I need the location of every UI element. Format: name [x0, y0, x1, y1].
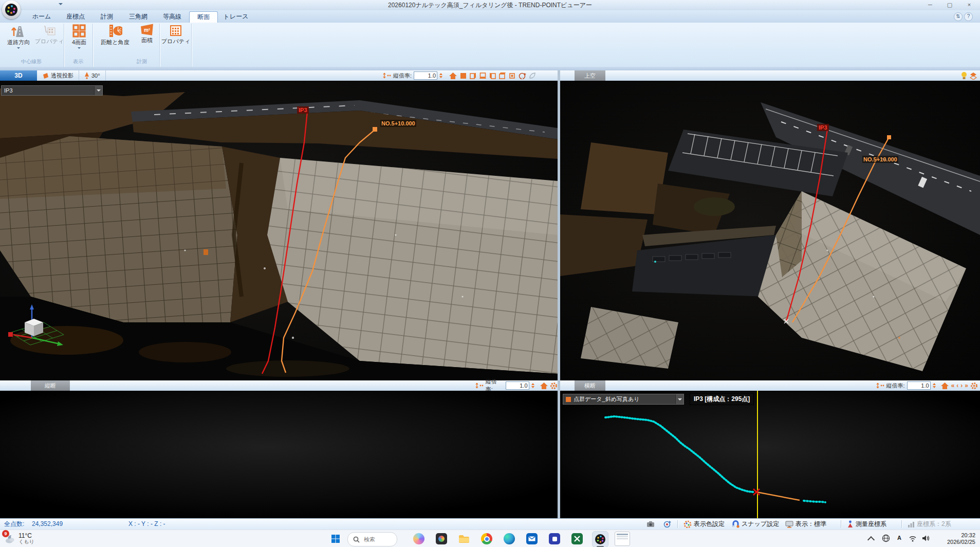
home-view-icon[interactable] — [540, 382, 548, 390]
file-explorer-icon[interactable] — [456, 531, 472, 546]
taskbar-search[interactable] — [347, 532, 397, 546]
app-window-icon[interactable] — [615, 531, 630, 546]
display-mode-button[interactable]: 表示：標準 — [785, 519, 826, 530]
viewport-cross-section[interactable]: 点群データ_斜め写真あり IP3 [構成点：295点] — [560, 391, 980, 518]
vscale-input[interactable]: 1.0 — [506, 381, 529, 390]
capture-button[interactable] — [646, 519, 655, 530]
vscale-down-icon[interactable] — [933, 386, 936, 390]
tray-chevron-icon[interactable] — [868, 535, 874, 542]
photos-icon[interactable] — [434, 531, 449, 546]
settings-gear-icon[interactable] — [550, 382, 558, 390]
road-direction-button[interactable]: 道路方向 — [2, 24, 35, 57]
quick-access-arrow-icon[interactable] — [59, 3, 63, 7]
settings-gear-icon[interactable] — [970, 382, 978, 390]
total-points-value: 24,352,349 — [32, 519, 63, 530]
measure-property-button[interactable]: プロパティ — [162, 24, 189, 57]
globe-icon[interactable] — [882, 534, 890, 544]
coord-system-indicator[interactable]: 座標系：2系 — [908, 519, 951, 530]
four-view-button[interactable]: 4画面 — [67, 24, 91, 57]
chrome-icon[interactable] — [479, 531, 494, 546]
home-view-icon[interactable] — [449, 72, 457, 80]
tab-trace[interactable]: トレース — [219, 11, 253, 22]
ribbon-options-icon[interactable]: ⇅ — [954, 12, 963, 21]
orbit-button[interactable] — [663, 519, 671, 530]
ime-indicator[interactable]: A — [897, 535, 901, 541]
tab-view-angle[interactable]: 30° — [79, 70, 106, 81]
viewport-3d[interactable]: IP3 NO.5+10.000 IP3 — [0, 81, 558, 380]
tab-coordinates[interactable]: 座標点 — [59, 11, 93, 22]
edge-icon[interactable] — [502, 531, 517, 546]
minimize-button[interactable]: ─ — [922, 1, 938, 9]
vscale-up-icon[interactable] — [439, 71, 442, 75]
survey-coord-button[interactable]: 測量座標系 — [847, 519, 886, 530]
view-back-icon[interactable] — [498, 72, 506, 80]
tab-cross-section[interactable]: 断面 — [189, 11, 218, 23]
light-bulb-icon[interactable] — [960, 71, 968, 80]
viewport-profile[interactable] — [0, 391, 558, 518]
first-section-button[interactable]: « — [951, 381, 955, 390]
search-input[interactable] — [363, 536, 392, 543]
taskbar-clock[interactable]: 20:32 2026/02/25 — [936, 532, 975, 545]
survey-coord-label: 測量座標系 — [856, 520, 886, 528]
tab-perspective-label: 透視投影 — [51, 72, 73, 80]
view-right-icon[interactable] — [469, 72, 477, 80]
distance-angle-icon — [108, 24, 122, 38]
vscale-input[interactable]: 1.0 — [414, 71, 437, 80]
layer-select[interactable]: 点群データ_斜め写真あり — [563, 394, 684, 405]
leaf-icon[interactable] — [528, 72, 537, 80]
rotate-view-icon[interactable] — [518, 72, 526, 80]
trend-point-taskbar-icon[interactable] — [592, 531, 608, 547]
tab-sky-view[interactable]: 上空 — [575, 70, 605, 81]
vscale-down-icon[interactable] — [439, 76, 442, 80]
tab-measure[interactable]: 計測 — [93, 11, 121, 22]
copilot-icon[interactable] — [411, 531, 427, 546]
maximize-button[interactable]: ▢ — [942, 1, 957, 9]
view-front-icon[interactable] — [508, 72, 516, 80]
centerline-property-button[interactable]: プロパティ — [36, 24, 63, 57]
weather-desc: くもり — [19, 539, 34, 545]
alignment-select[interactable]: IP3 — [1, 85, 103, 96]
vscale-up-icon[interactable] — [531, 381, 534, 385]
volume-icon[interactable] — [922, 535, 930, 543]
vscale-input[interactable]: 1.0 — [907, 381, 931, 390]
outlook-icon[interactable] — [524, 531, 540, 546]
statusbar-separator — [841, 520, 842, 528]
clock-time: 20:32 — [936, 532, 975, 539]
tab-3d-view[interactable]: 3D — [0, 70, 37, 81]
vscale-up-icon[interactable] — [933, 381, 936, 385]
teams-icon[interactable] — [547, 531, 562, 546]
last-section-button[interactable]: » — [965, 381, 968, 390]
next-section-button[interactable]: › — [960, 381, 963, 390]
layers-icon[interactable] — [970, 72, 977, 80]
weather-widget[interactable]: 9 11°C くもり — [2, 531, 59, 546]
tab-contour[interactable]: 等高線 — [155, 11, 189, 22]
application-menu-button[interactable] — [2, 1, 21, 19]
tab-profile-view[interactable]: 縦断 — [31, 380, 70, 391]
help-icon[interactable]: ? — [964, 12, 973, 21]
viewport-sky[interactable]: IP3 NO.5+10.000 — [560, 81, 980, 380]
area-button[interactable]: m² 面積 — [136, 24, 158, 57]
tab-view-angle-label: 30° — [91, 72, 100, 79]
view-top-icon[interactable] — [459, 72, 467, 80]
view-bottom-icon[interactable] — [479, 72, 487, 80]
snap-settings-button[interactable]: スナップ設定 — [732, 519, 779, 530]
vscale-down-icon[interactable] — [531, 386, 534, 390]
tab-home[interactable]: ホーム — [25, 11, 59, 22]
vscale-icon — [475, 382, 484, 389]
display-color-settings-button[interactable]: 表示色設定 — [683, 519, 725, 530]
layer-select-arrow-icon[interactable] — [675, 394, 683, 404]
close-button[interactable]: × — [961, 1, 977, 9]
cursor-coordinates: X : - Y : - Z : - — [128, 519, 165, 530]
home-view-icon[interactable] — [940, 382, 949, 390]
excel-icon[interactable] — [569, 531, 585, 546]
tab-perspective[interactable]: 透視投影 — [37, 70, 79, 81]
distance-angle-button[interactable]: 距離と角度 — [96, 24, 135, 57]
tab-cross-view[interactable]: 横断 — [575, 380, 605, 391]
view-left-icon[interactable] — [489, 72, 496, 80]
orbit-icon — [663, 520, 671, 528]
network-icon[interactable] — [909, 535, 917, 543]
start-button[interactable] — [328, 531, 343, 546]
alignment-select-arrow-icon[interactable] — [94, 86, 102, 95]
prev-section-button[interactable]: ‹ — [956, 381, 958, 390]
tab-tin[interactable]: 三角網 — [121, 11, 155, 22]
